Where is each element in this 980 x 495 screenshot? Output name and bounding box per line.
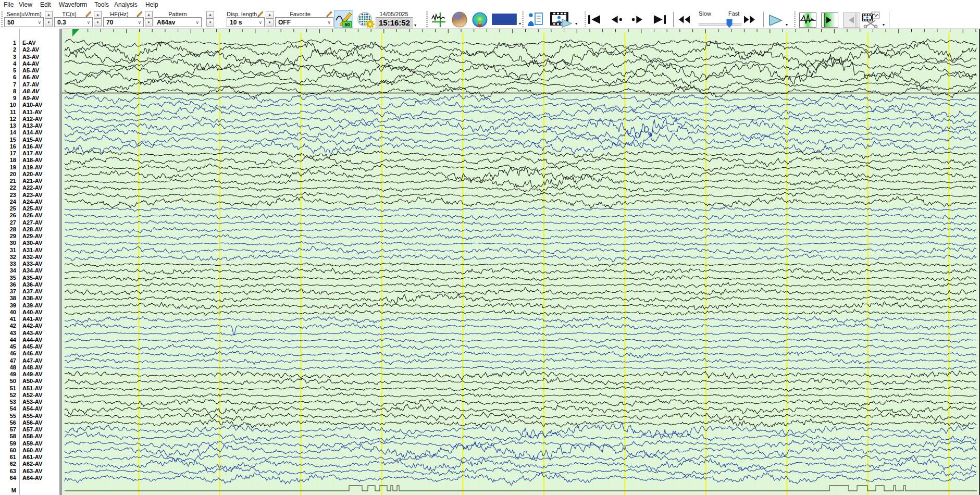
channel-row-26[interactable]: 26A26-AV	[0, 212, 59, 219]
channel-row-5[interactable]: 5A5-AV	[0, 67, 59, 74]
play-button[interactable]	[767, 14, 783, 26]
channel-row-64[interactable]: 64A64-AV	[0, 475, 59, 481]
skip-end-button[interactable]	[652, 14, 668, 26]
channel-row-56[interactable]: 56A56-AV	[0, 419, 59, 426]
disp-edit-pencil-icon[interactable]	[257, 11, 264, 17]
pattern-spinner-down[interactable]: ▼	[206, 19, 214, 27]
channel-row-16[interactable]: 16A16-AV	[0, 143, 59, 150]
channel-row-20[interactable]: 20A20-AV	[0, 171, 59, 178]
skip-start-button[interactable]	[587, 14, 602, 26]
channel-row-4[interactable]: 4A4-AV	[0, 60, 59, 67]
video-review-button[interactable]	[549, 11, 572, 28]
rewind-button[interactable]	[677, 14, 692, 26]
patient-info-button[interactable]	[527, 11, 544, 28]
channel-row-30[interactable]: 30A30-AV	[0, 240, 59, 246]
sens-spinner-up[interactable]: ▲	[45, 11, 53, 19]
datetime-dropdown-arrow[interactable]: ▾	[414, 23, 418, 28]
channel-row-62[interactable]: 62A62-AV	[0, 461, 59, 467]
step-forward-button[interactable]	[630, 14, 646, 26]
head-3d-button[interactable]	[451, 11, 468, 28]
channel-row-18[interactable]: 18A18-AV	[0, 157, 59, 164]
spectrogram-button[interactable]	[492, 14, 517, 25]
channel-row-17[interactable]: 17A17-AV	[0, 150, 59, 157]
page-back-button-disabled[interactable]	[843, 13, 860, 28]
eeg-pane[interactable]	[59, 29, 980, 495]
tc-spinner-down[interactable]: ▼	[94, 19, 102, 27]
channel-row-24[interactable]: 24A24-AV	[0, 199, 59, 205]
menu-edit[interactable]: Edit	[40, 1, 51, 8]
hf-edit-pencil-icon[interactable]	[137, 11, 143, 17]
hf-spinner-down[interactable]: ▼	[145, 19, 153, 27]
channel-row-8[interactable]: 8A8-AV	[0, 88, 59, 95]
video-dropdown-arrow[interactable]: ▾	[575, 22, 579, 26]
channel-row-50[interactable]: 50A50-AV	[0, 378, 59, 385]
fast-forward-button[interactable]	[742, 14, 758, 26]
menu-tools[interactable]: Tools	[94, 1, 109, 8]
channel-row-1[interactable]: 1E-AV	[0, 40, 59, 46]
channel-row-6[interactable]: 6A6-AV	[0, 74, 59, 81]
channel-row-52[interactable]: 52A52-AV	[0, 392, 59, 399]
channel-row-42[interactable]: 42A42-AV	[0, 323, 59, 329]
channel-row-37[interactable]: 37A37-AV	[0, 288, 59, 295]
play-dropdown-arrow[interactable]: ▾	[786, 23, 790, 27]
channel-row-54[interactable]: 54A54-AV	[0, 405, 59, 412]
channel-row-60[interactable]: 60A60-AV	[0, 447, 59, 454]
menu-waveform[interactable]: Waveform	[59, 1, 87, 8]
channel-row-58[interactable]: 58A58-AV	[0, 433, 59, 440]
channel-row-35[interactable]: 35A35-AV	[0, 275, 59, 281]
menu-file[interactable]: File	[4, 1, 14, 8]
auto-review-waveform-button[interactable]	[799, 13, 816, 28]
marker-channel-row[interactable]: M	[0, 487, 59, 494]
channel-row-36[interactable]: 36A36-AV	[0, 281, 59, 288]
sens-combobox[interactable]: 50∨	[4, 17, 44, 27]
clip-dropdown-arrow[interactable]: ▾	[883, 23, 887, 27]
channel-row-48[interactable]: 48A48-AV	[0, 364, 59, 371]
channel-row-21[interactable]: 21A21-AV	[0, 178, 59, 184]
favorite-combobox[interactable]: OFF∨	[275, 17, 333, 27]
channel-row-3[interactable]: 3A3-AV	[0, 54, 59, 60]
channel-row-43[interactable]: 43A43-AV	[0, 330, 59, 337]
pattern-combobox[interactable]: A64av∨	[154, 17, 202, 27]
disp-spinner-up[interactable]: ▲	[266, 11, 274, 19]
notch-filter-button[interactable]: 50	[334, 10, 353, 28]
channel-row-33[interactable]: 33A33-AV	[0, 261, 59, 267]
menu-help[interactable]: Help	[145, 1, 158, 8]
channel-row-23[interactable]: 23A23-AV	[0, 192, 59, 199]
channel-row-34[interactable]: 34A34-AV	[0, 267, 59, 274]
menu-view[interactable]: View	[19, 1, 32, 8]
tc-combobox[interactable]: 0.3∨	[54, 17, 93, 27]
channel-row-10[interactable]: 10A10-AV	[0, 102, 59, 108]
channel-row-9[interactable]: 9A9-AV	[0, 95, 59, 102]
channel-row-40[interactable]: 40A40-AV	[0, 309, 59, 316]
channel-row-19[interactable]: 19A19-AV	[0, 164, 59, 171]
channel-row-46[interactable]: 46A46-AV	[0, 350, 59, 357]
channel-row-61[interactable]: 61A61-AV	[0, 454, 59, 461]
channel-row-53[interactable]: 53A53-AV	[0, 399, 59, 405]
channel-row-14[interactable]: 14A14-AV	[0, 129, 59, 136]
disp-spinner-down[interactable]: ▼	[266, 19, 274, 27]
channel-row-63[interactable]: 63A63-AV	[0, 468, 59, 475]
pattern-spinner-up[interactable]: ▲	[206, 11, 214, 19]
step-back-button[interactable]	[609, 14, 624, 26]
speed-slider-track[interactable]	[699, 23, 741, 26]
channel-row-13[interactable]: 13A13-AV	[0, 122, 59, 129]
topo-map-button[interactable]	[471, 11, 489, 28]
channel-row-29[interactable]: 29A29-AV	[0, 233, 59, 240]
auto-page-forward-button[interactable]	[821, 13, 838, 28]
channel-row-11[interactable]: 11A11-AV	[0, 109, 59, 116]
disp-combobox[interactable]: 10 s∨	[227, 17, 265, 27]
hf-combobox[interactable]: 70∨	[103, 17, 144, 27]
channel-row-7[interactable]: 7A7-AV	[0, 81, 59, 88]
channel-row-12[interactable]: 12A12-AV	[0, 116, 59, 122]
channel-row-27[interactable]: 27A27-AV	[0, 219, 59, 226]
tc-spinner-up[interactable]: ▲	[94, 11, 102, 19]
electrode-map-settings-button[interactable]	[356, 11, 375, 28]
map-tools-dropdown-arrow[interactable]: ▾	[519, 22, 523, 26]
speed-slider-thumb[interactable]	[726, 19, 733, 28]
clip-export-button[interactable]	[861, 11, 882, 28]
channel-row-59[interactable]: 59A59-AV	[0, 440, 59, 447]
channel-row-57[interactable]: 57A57-AV	[0, 426, 59, 433]
channel-row-45[interactable]: 45A45-AV	[0, 343, 59, 350]
event-marker-button[interactable]	[431, 12, 446, 28]
channel-row-55[interactable]: 55A55-AV	[0, 413, 59, 419]
